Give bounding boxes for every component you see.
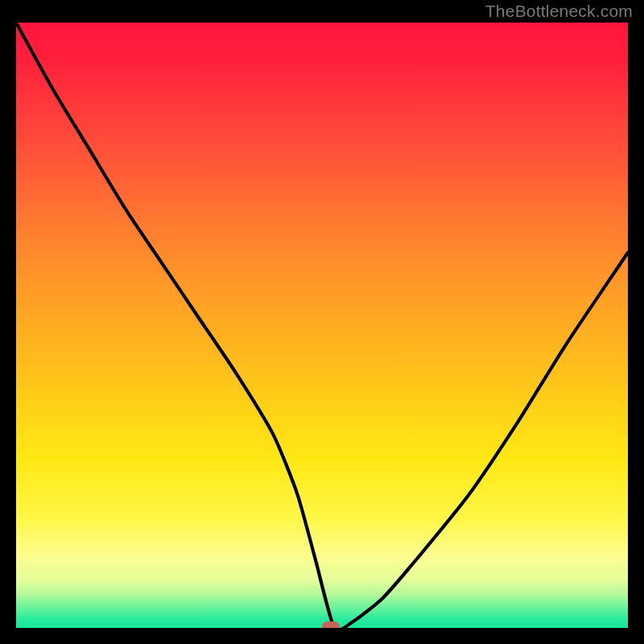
bottleneck-curve: [16, 23, 628, 628]
attribution-label: TheBottleneck.com: [485, 2, 633, 21]
optimum-marker: [322, 621, 340, 628]
chart-frame: TheBottleneck.com: [0, 0, 644, 644]
chart-plot-area: [16, 23, 628, 628]
